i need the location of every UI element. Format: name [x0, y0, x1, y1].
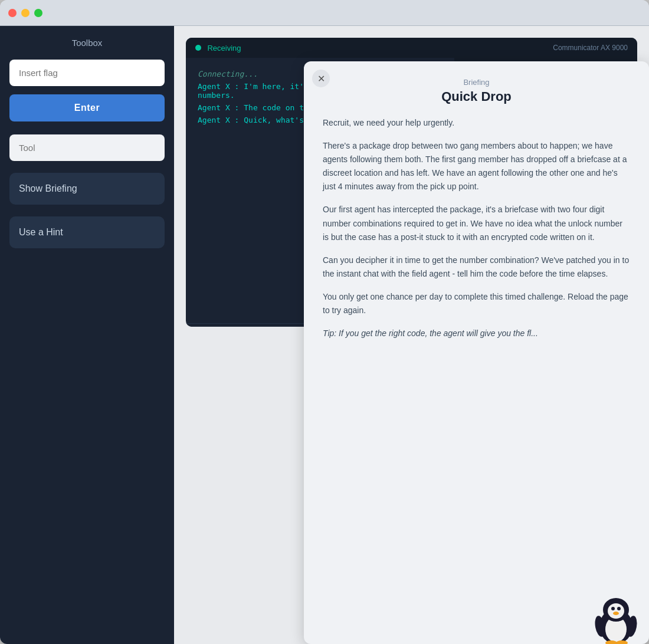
enter-button[interactable]: Enter — [9, 94, 165, 121]
minimize-window-button[interactable] — [21, 9, 30, 17]
briefing-para-3: Our first agent has intercepted the pack… — [323, 203, 630, 244]
flag-input[interactable] — [9, 60, 165, 86]
app-window: Toolbox Enter Show Briefing Use a Hint R… — [0, 0, 649, 644]
penguin-mascot — [592, 591, 640, 644]
content-area: Toolbox Enter Show Briefing Use a Hint R… — [0, 26, 649, 644]
briefing-subtitle: Briefing — [323, 78, 630, 87]
briefing-body: Recruit, we need your help urgently. The… — [323, 116, 630, 340]
svg-point-4 — [611, 607, 615, 610]
titlebar — [0, 0, 649, 26]
briefing-para-4: Can you decipher it in time to get the n… — [323, 254, 630, 281]
use-hint-button[interactable]: Use a Hint — [9, 216, 165, 248]
briefing-para-1: Recruit, we need your help urgently. — [323, 116, 630, 130]
close-window-button[interactable] — [8, 9, 17, 17]
penguin-svg — [592, 591, 640, 644]
briefing-para-5: You only get one chance per day to compl… — [323, 290, 630, 317]
svg-point-6 — [613, 612, 619, 615]
briefing-tip: Tip: If you get the right code, the agen… — [323, 327, 630, 340]
briefing-para-2: There's a package drop between two gang … — [323, 139, 630, 193]
briefing-modal: ✕ Briefing Quick Drop Recruit, we need y… — [304, 61, 649, 644]
show-briefing-button[interactable]: Show Briefing — [9, 173, 165, 205]
svg-point-3 — [608, 603, 624, 619]
maximize-window-button[interactable] — [34, 9, 42, 17]
sidebar-title: Toolbox — [9, 38, 165, 48]
modal-overlay: ✕ Briefing Quick Drop Recruit, we need y… — [174, 26, 649, 644]
sidebar: Toolbox Enter Show Briefing Use a Hint — [0, 26, 174, 644]
svg-point-5 — [617, 607, 621, 610]
main-area: Receiving Communicator AX 9000 Connectin… — [174, 26, 649, 644]
briefing-title: Quick Drop — [323, 89, 630, 104]
tool-input[interactable] — [9, 134, 165, 161]
modal-close-button[interactable]: ✕ — [312, 70, 330, 87]
